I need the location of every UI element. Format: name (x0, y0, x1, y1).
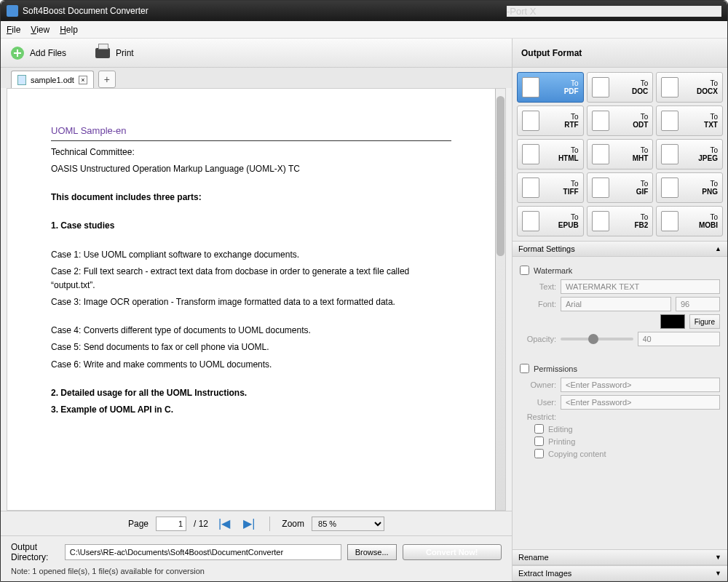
add-icon (11, 47, 24, 60)
format-settings-title[interactable]: Format Settings▲ (513, 241, 727, 257)
output-format-title: Output Format (513, 39, 727, 68)
txt-icon (661, 111, 678, 131)
print-icon (95, 48, 110, 58)
html-icon (522, 144, 539, 164)
expand-icon: ▼ (715, 570, 721, 577)
permissions-section: Permissions Owner: User: Restrict: Editi… (513, 355, 727, 467)
doc-icon (592, 77, 609, 97)
wm-text-label: Text: (520, 282, 556, 291)
tab-label: sample1.odt (31, 76, 74, 84)
document-icon (17, 75, 26, 85)
wm-font-input[interactable] (561, 297, 671, 311)
zoom-label: Zoom (282, 519, 304, 529)
browse-button[interactable]: Browse... (347, 544, 397, 560)
doc-c4: Case 4: Converts different type of docum… (51, 324, 451, 338)
restrict-label: Restrict: (520, 412, 556, 421)
first-page-button[interactable]: |◀ (215, 517, 233, 530)
format-html-button[interactable]: ToHTML (517, 139, 584, 170)
doc-s3: 3. Example of UOML API in C. (51, 403, 451, 417)
doc-c5: Case 5: Send documents to fax or cell ph… (51, 340, 451, 354)
format-rtf-button[interactable]: ToRTF (517, 105, 584, 136)
menubar: File View Help (1, 21, 727, 39)
convert-button[interactable]: Convert Now! (403, 544, 502, 560)
print-label: Print (116, 48, 134, 58)
format-fb2-button[interactable]: ToFB2 (587, 206, 654, 236)
add-tab-button[interactable]: + (98, 71, 116, 88)
fb2-icon (592, 211, 609, 231)
right-panel: Output Format ToPDFToDOCToDOCXToRTFToODT… (513, 39, 727, 581)
format-tiff-button[interactable]: ToTIFF (517, 172, 584, 203)
format-png-button[interactable]: ToPNG (656, 172, 723, 203)
mobi-icon (661, 211, 678, 231)
wm-figure-button[interactable]: Figure (689, 314, 720, 329)
preview-scrollbar[interactable] (495, 89, 505, 510)
tiff-icon (522, 178, 539, 198)
wm-opacity-input[interactable] (638, 332, 721, 346)
format-mht-button[interactable]: ToMHT (587, 139, 654, 170)
doc-tc: OASIS Unstructured Operation Markup Lang… (51, 162, 451, 176)
user-label: User: (520, 398, 556, 407)
restrict-copying-checkbox[interactable] (534, 449, 544, 458)
page-total: / 12 (194, 519, 208, 529)
bottom-bar: Output Directory: Browse... Convert Now!… (1, 535, 512, 581)
owner-password-input[interactable] (561, 378, 720, 392)
menu-help[interactable]: Help (60, 25, 78, 35)
wm-color-picker[interactable] (660, 314, 685, 329)
permissions-label: Permissions (534, 364, 577, 373)
format-txt-button[interactable]: ToTXT (656, 105, 723, 136)
restrict-editing-checkbox[interactable] (534, 424, 544, 434)
port-label: -Port X (507, 6, 721, 17)
last-page-button[interactable]: ▶| (240, 517, 258, 530)
slider-knob[interactable] (588, 334, 598, 344)
png-icon (661, 178, 678, 198)
format-jpeg-button[interactable]: ToJPEG (656, 139, 723, 170)
page-input[interactable] (156, 517, 186, 531)
output-dir-input[interactable] (65, 544, 341, 560)
separator (269, 517, 270, 531)
jpeg-icon (661, 144, 678, 164)
gif-icon (592, 178, 609, 198)
extract-images-section[interactable]: Extract Images▼ (513, 565, 727, 581)
watermark-section: Watermark Text: Font: Figure Opacity: (513, 257, 727, 355)
scroll-thumb[interactable] (496, 96, 505, 256)
preview-area: UOML Sample-en Technical Committee: OASI… (7, 88, 506, 511)
app-window: Soft4Boost Document Converter -Port X Fi… (0, 0, 728, 582)
wm-opacity-slider[interactable] (561, 338, 633, 340)
left-pane: Add Files Print sample1.odt × + UOML Sam… (1, 39, 513, 581)
zoom-select[interactable]: 85 % (312, 517, 384, 531)
rename-section[interactable]: Rename▼ (513, 549, 727, 565)
close-tab-button[interactable]: × (79, 76, 87, 84)
format-epub-button[interactable]: ToEPUB (517, 206, 584, 236)
pdf-icon (522, 77, 539, 97)
menu-view[interactable]: View (31, 25, 50, 35)
pager-bar: Page / 12 |◀ ▶| Zoom 85 % (1, 511, 512, 535)
format-doc-button[interactable]: ToDOC (587, 72, 654, 103)
doc-s2: 2. Detailed usage for all the UOML Instr… (51, 386, 451, 400)
doc-title: UOML Sample-en (51, 124, 451, 141)
format-mobi-button[interactable]: ToMOBI (656, 206, 723, 236)
rtf-icon (522, 111, 539, 131)
output-dir-label: Output Directory: (11, 542, 59, 562)
print-button[interactable]: Print (95, 48, 134, 58)
doc-c3: Case 3: Image OCR operation - Transform … (51, 295, 451, 309)
wm-text-input[interactable] (561, 279, 720, 294)
user-password-input[interactable] (561, 395, 720, 410)
document-tab[interactable]: sample1.odt × (11, 71, 94, 88)
app-logo-icon (7, 5, 18, 17)
add-files-button[interactable]: Add Files (11, 47, 66, 60)
docx-icon (661, 77, 678, 97)
epub-icon (522, 211, 539, 231)
format-odt-button[interactable]: ToODT (587, 105, 654, 136)
wm-size-input[interactable] (676, 297, 720, 311)
format-pdf-button[interactable]: ToPDF (517, 72, 584, 103)
owner-label: Owner: (520, 380, 556, 389)
doc-c1: Case 1: Use UOML compliant software to e… (51, 248, 451, 262)
restrict-printing-checkbox[interactable] (534, 436, 544, 446)
menu-file[interactable]: File (7, 25, 20, 35)
watermark-checkbox[interactable] (520, 266, 529, 275)
doc-s1: 1. Case studies (51, 219, 451, 233)
tabs-bar: sample1.odt × + (1, 68, 512, 88)
format-docx-button[interactable]: ToDOCX (656, 72, 723, 103)
format-gif-button[interactable]: ToGIF (587, 172, 654, 203)
permissions-checkbox[interactable] (520, 364, 529, 373)
